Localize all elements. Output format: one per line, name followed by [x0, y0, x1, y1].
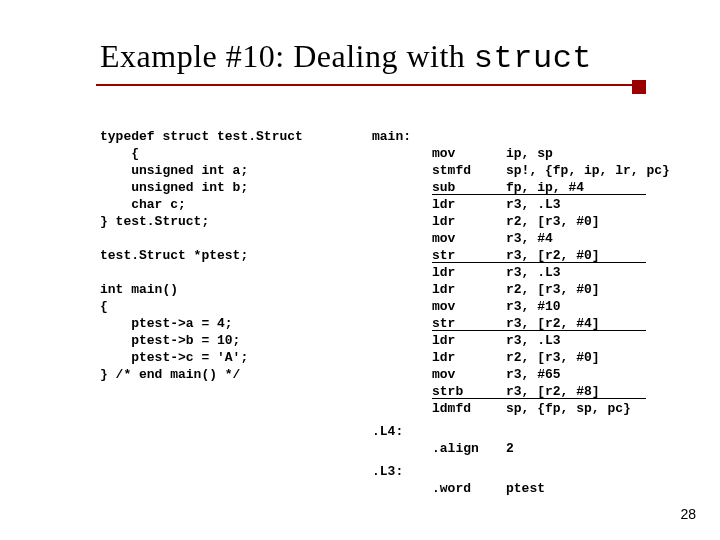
asm-row: movr3, #4 — [372, 230, 670, 247]
asm-args: r3, #65 — [506, 366, 670, 383]
asm-args: r3, .L3 — [506, 332, 670, 349]
page-number: 28 — [680, 506, 696, 522]
asm-args: sp!, {fp, ip, lr, pc} — [506, 162, 670, 179]
slide-title: Example #10: Dealing with struct — [100, 38, 592, 77]
asm-args: ip, sp — [506, 145, 670, 162]
asm-label — [372, 298, 432, 315]
asm-label — [372, 230, 432, 247]
asm-label — [372, 366, 432, 383]
asm-row: ldrr2, [r3, #0] — [372, 349, 670, 366]
asm-args: r2, [r3, #0] — [506, 349, 670, 366]
asm-row: movr3, #10 — [372, 298, 670, 315]
asm-label — [372, 400, 432, 417]
asm-label: .L3: — [372, 463, 432, 480]
title-accent-box — [632, 80, 646, 94]
title-keyword: struct — [474, 40, 592, 77]
asm-op: mov — [432, 366, 506, 383]
asm-label — [372, 162, 432, 179]
asm-label — [372, 480, 432, 497]
asm-row: main: — [372, 128, 670, 145]
asm-row: movr3, #65 — [372, 366, 670, 383]
asm-op: .align — [432, 440, 506, 457]
asm-row: movip, sp — [372, 145, 670, 162]
asm-op: ldmfd — [432, 400, 506, 417]
asm-label: .L4: — [372, 423, 432, 440]
asm-args: 2 — [506, 440, 670, 457]
asm-args: sp, {fp, sp, pc} — [506, 400, 670, 417]
asm-label: main: — [372, 128, 432, 145]
asm-op: mov — [432, 145, 506, 162]
asm-args — [506, 128, 670, 145]
asm-row: .align2 — [372, 440, 670, 457]
asm-op: ldr — [432, 332, 506, 349]
asm-row: .L4: — [372, 423, 670, 440]
asm-op: ldr — [432, 281, 506, 298]
c-source-code: typedef struct test.Struct { unsigned in… — [100, 128, 303, 383]
asm-label — [372, 145, 432, 162]
asm-label — [372, 281, 432, 298]
asm-args: r3, .L3 — [506, 196, 670, 213]
asm-args: r3, #4 — [506, 230, 670, 247]
asm-row: ldrr2, [r3, #0] — [372, 213, 670, 230]
asm-row: .wordptest — [372, 480, 670, 497]
asm-label — [372, 213, 432, 230]
asm-op: stmfd — [432, 162, 506, 179]
asm-label — [372, 247, 432, 264]
asm-args: r3, .L3 — [506, 264, 670, 281]
asm-op: ldr — [432, 213, 506, 230]
asm-label — [372, 349, 432, 366]
asm-label — [372, 332, 432, 349]
asm-row: stmfdsp!, {fp, ip, lr, pc} — [372, 162, 670, 179]
asm-op: ldr — [432, 264, 506, 281]
asm-row: ldrr3, .L3 — [372, 264, 670, 281]
asm-row: ldmfdsp, {fp, sp, pc} — [372, 400, 670, 417]
asm-row: ldrr3, .L3 — [372, 332, 670, 349]
asm-row: ldrr2, [r3, #0] — [372, 281, 670, 298]
asm-op — [432, 423, 506, 440]
asm-label — [372, 196, 432, 213]
asm-args — [506, 463, 670, 480]
assembly-listing: main:movip, spstmfdsp!, {fp, ip, lr, pc}… — [372, 128, 670, 497]
asm-group-underline — [432, 330, 646, 331]
asm-op: .word — [432, 480, 506, 497]
asm-label — [372, 440, 432, 457]
asm-label — [372, 264, 432, 281]
asm-op: mov — [432, 230, 506, 247]
asm-row: .L3: — [372, 463, 670, 480]
asm-op: ldr — [432, 196, 506, 213]
asm-label — [372, 179, 432, 196]
asm-group-underline — [432, 194, 646, 195]
asm-op — [432, 463, 506, 480]
asm-args: r3, #10 — [506, 298, 670, 315]
asm-args — [506, 423, 670, 440]
asm-label — [372, 315, 432, 332]
title-underline — [96, 84, 636, 86]
assembly-table: main:movip, spstmfdsp!, {fp, ip, lr, pc}… — [372, 128, 670, 497]
asm-group-underline — [432, 262, 646, 263]
asm-op: mov — [432, 298, 506, 315]
asm-op — [432, 128, 506, 145]
asm-op: ldr — [432, 349, 506, 366]
title-text: Example #10: Dealing with — [100, 38, 474, 74]
asm-args: r2, [r3, #0] — [506, 281, 670, 298]
asm-row: ldrr3, .L3 — [372, 196, 670, 213]
asm-group-underline — [432, 398, 646, 399]
slide: Example #10: Dealing with struct typedef… — [0, 0, 720, 540]
asm-args: ptest — [506, 480, 670, 497]
asm-label — [372, 383, 432, 400]
asm-args: r2, [r3, #0] — [506, 213, 670, 230]
